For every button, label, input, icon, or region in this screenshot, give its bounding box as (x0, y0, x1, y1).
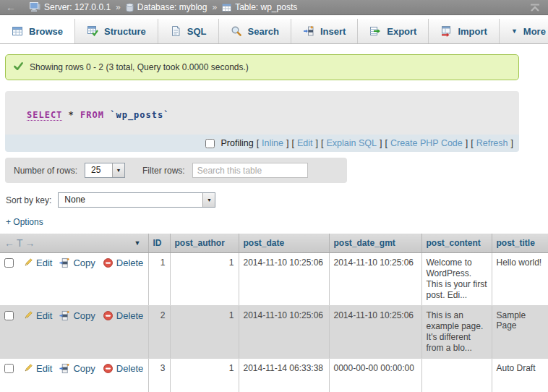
bracket: [ (291, 138, 294, 148)
delete-row-link[interactable]: Delete (103, 363, 144, 374)
column-header-post-date[interactable]: post_date (239, 234, 329, 253)
chevron-down-icon: ▼ (511, 27, 518, 35)
column-marker-icons[interactable]: ←T→ (4, 237, 38, 249)
bracket: [ (257, 138, 259, 148)
refresh-link[interactable]: Refresh (476, 138, 508, 148)
delete-row-link[interactable]: Delete (103, 310, 144, 321)
sql-icon (170, 25, 181, 37)
sort-by-key-select[interactable]: None ▼ (58, 192, 215, 208)
bracket: ] (286, 138, 288, 148)
row-checkbox[interactable] (4, 311, 14, 320)
edit-row-link[interactable]: Edit (22, 363, 52, 374)
cell-post-author: 1 (170, 253, 239, 306)
edit-row-link[interactable]: Edit (22, 310, 52, 321)
cell-post-date: 2014-11-10 10:25:06 (239, 306, 329, 359)
create-php-code-link[interactable]: Create PHP Code (390, 138, 463, 148)
tab-structure[interactable]: Structure (75, 19, 158, 43)
breadcrumb-table[interactable]: Table: wp_posts (235, 2, 297, 12)
table-filter-input[interactable] (192, 163, 308, 178)
tab-search[interactable]: Search (219, 19, 291, 43)
sql-query-text: SELECT * FROM `wp_posts` (5, 91, 519, 135)
browse-icon (12, 25, 23, 37)
edit-label: Edit (36, 363, 52, 374)
cell-post-author: 1 (170, 306, 239, 359)
success-message-text: Showing rows 0 - 2 (3 total, Query took … (30, 62, 249, 72)
delete-label: Delete (116, 257, 144, 268)
breadcrumb-database[interactable]: Database: myblog (137, 2, 207, 12)
sql-query-box: SELECT * FROM `wp_posts` Profiling [ Inl… (5, 91, 519, 152)
cell-post-date-gmt: 0000-00-00 00:00:00 (329, 359, 421, 392)
sql-star: * (69, 110, 74, 120)
tab-insert-label: Insert (320, 26, 346, 37)
cell-post-content: Welcome to WordPress. This is your first… (421, 253, 492, 306)
import-icon (440, 25, 452, 37)
breadcrumb-server[interactable]: Server: 127.0.0.1 (44, 2, 111, 12)
column-header-post-author[interactable]: post_author (170, 234, 239, 253)
inline-link[interactable]: Inline (262, 138, 283, 148)
edit-row-link[interactable]: Edit (22, 257, 52, 268)
pencil-icon (22, 363, 33, 374)
delete-icon (103, 257, 114, 268)
structure-icon (87, 25, 98, 37)
success-message: Showing rows 0 - 2 (3 total, Query took … (5, 54, 519, 80)
pencil-icon (22, 310, 33, 321)
sort-by-key-label: Sort by key: (6, 195, 51, 205)
tab-import[interactable]: Import (429, 19, 499, 43)
sort-by-key-value: None (59, 193, 202, 207)
rows-per-page-value: 25 (85, 163, 112, 177)
copy-row-link[interactable]: Copy (59, 363, 95, 374)
copy-label: Copy (73, 363, 95, 374)
tab-browse-label: Browse (29, 26, 63, 37)
column-header-post-content[interactable]: post_content (421, 234, 492, 253)
cell-post-date-gmt: 2014-11-10 10:25:06 (329, 253, 421, 306)
delete-label: Delete (116, 310, 144, 321)
copy-icon (59, 363, 70, 374)
tab-insert[interactable]: Insert (291, 19, 358, 43)
options-toggle[interactable]: + Options (6, 217, 43, 227)
profiling-checkbox[interactable] (205, 139, 215, 148)
cell-post-title: Auto Draft (492, 359, 548, 392)
tab-more-label: More (523, 26, 546, 37)
table-icon (222, 4, 231, 12)
bracket: ] (380, 138, 382, 148)
server-icon (30, 2, 40, 12)
database-icon (126, 3, 134, 12)
copy-label: Copy (73, 257, 95, 268)
tab-search-label: Search (248, 26, 279, 37)
cell-id: 2 (148, 306, 170, 359)
explain-sql-link[interactable]: Explain SQL (326, 138, 376, 148)
cell-post-title: Hello world! (492, 253, 548, 306)
copy-row-link[interactable]: Copy (59, 310, 95, 321)
cell-post-date: 2014-11-14 06:33:38 (239, 359, 329, 392)
column-header-post-title[interactable]: post_title (492, 234, 548, 253)
select-dropdown-arrow-icon: ▼ (202, 193, 215, 207)
row-checkbox[interactable] (4, 364, 14, 373)
cell-post-content: This is an example page. It's different … (421, 306, 492, 359)
tab-sql[interactable]: SQL (158, 19, 219, 43)
delete-row-link[interactable]: Delete (103, 257, 144, 268)
edit-label: Edit (36, 257, 52, 268)
edit-query-link[interactable]: Edit (297, 138, 313, 148)
scroll-top-icon[interactable] (529, 3, 541, 12)
tab-browse[interactable]: Browse (0, 19, 75, 43)
menu-collapse-arrow[interactable]: ← (6, 1, 16, 13)
copy-row-link[interactable]: Copy (59, 257, 95, 268)
column-header-id[interactable]: ID (148, 234, 170, 253)
results-table: ←T→ ▼ ID post_author post_date post_date… (0, 234, 548, 392)
filter-rows-label: Filter rows: (142, 166, 185, 176)
insert-icon (303, 25, 314, 37)
tab-export[interactable]: Export (358, 19, 429, 43)
header-dropdown-icon[interactable]: ▼ (134, 239, 141, 247)
column-header-post-date-gmt[interactable]: post_date_gmt (329, 234, 421, 253)
cell-post-date: 2014-11-10 10:25:06 (239, 253, 329, 306)
delete-icon (103, 363, 114, 374)
breadcrumb-bar: ← Server: 127.0.0.1 » Database: myblog »… (0, 0, 548, 15)
tab-more[interactable]: ▼ More (500, 19, 548, 43)
delete-icon (103, 310, 114, 321)
sql-keyword-select[interactable]: SELECT (27, 110, 62, 121)
row-actions-cell: Edit Copy Delete (0, 306, 148, 359)
tab-bar: Browse Structure SQL Search Insert Expor… (0, 19, 548, 44)
rows-per-page-select[interactable]: 25 ▼ (85, 163, 125, 178)
row-checkbox[interactable] (4, 258, 14, 268)
select-dropdown-arrow-icon: ▼ (112, 163, 124, 177)
